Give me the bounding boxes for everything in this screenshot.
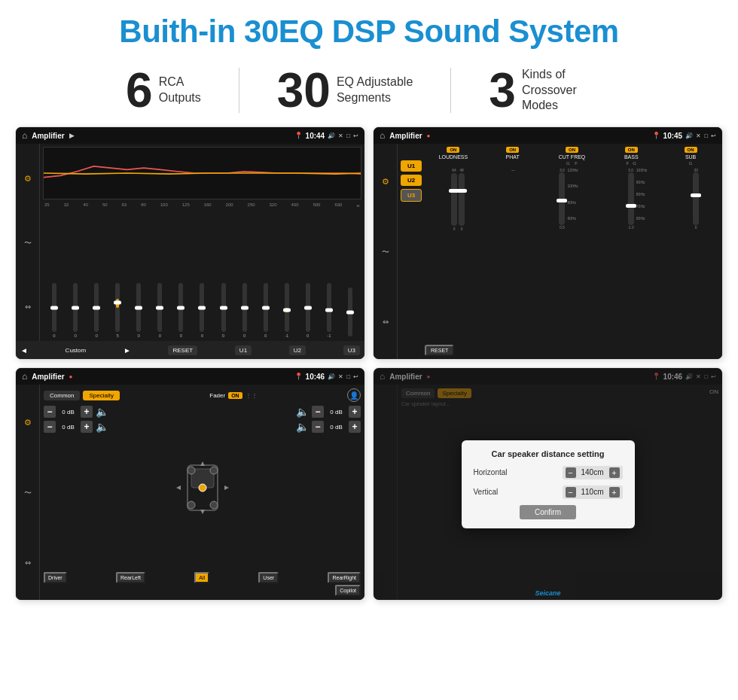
horizontal-minus[interactable]: − — [566, 467, 576, 478]
close-icon-amp[interactable]: ✕ — [696, 132, 701, 139]
db1-minus[interactable]: − — [44, 406, 56, 418]
stat-crossover-number: 3 — [489, 66, 516, 114]
pos-driver-btn[interactable]: Driver — [44, 572, 67, 583]
eq-nav-forward[interactable]: ► — [124, 346, 131, 355]
fader-position-buttons: Driver RearLeft All User RearRight — [44, 572, 361, 583]
vertical-minus[interactable]: − — [566, 487, 576, 498]
stat-rca: 6 RCAOutputs — [88, 66, 239, 114]
expand-icon-eq[interactable]: □ — [346, 132, 350, 139]
horizontal-plus[interactable]: + — [609, 467, 620, 478]
eq-slider-4: 5 — [108, 283, 127, 338]
pos-user-btn[interactable]: User — [258, 572, 279, 583]
db4-minus[interactable]: − — [312, 421, 324, 433]
screen-fader: ⌂ Amplifier ● 📍 10:46 🔊 ✕ □ ↩ — [16, 368, 364, 600]
home-icon-eq[interactable]: ⌂ — [22, 130, 27, 141]
tab-specialty[interactable]: Specialty — [83, 391, 119, 400]
eq-title: Amplifier — [32, 132, 64, 140]
svg-point-3 — [188, 467, 195, 474]
db3-minus[interactable]: − — [312, 406, 324, 418]
pos-all-btn[interactable]: All — [194, 572, 209, 583]
amp-content-area: U1 U2 U3 ON — [398, 144, 722, 359]
eq-nav-back[interactable]: ◄ — [20, 346, 28, 355]
dialog-horizontal-row: Horizontal − 140cm + — [474, 466, 623, 479]
svg-marker-11 — [224, 485, 229, 490]
tab-common[interactable]: Common — [44, 391, 80, 400]
pos-rearright-btn[interactable]: RearRight — [328, 572, 361, 583]
amp-icon-settings[interactable]: ⚙ — [382, 177, 389, 187]
db1-value: 0 dB — [59, 409, 78, 415]
db4-value: 0 dB — [327, 424, 346, 431]
close-icon-eq[interactable]: ✕ — [338, 132, 343, 139]
status-bar-amp: ⌂ Amplifier ● 📍 10:45 🔊 ✕ □ ↩ — [374, 127, 722, 144]
home-icon-amp[interactable]: ⌂ — [380, 130, 385, 141]
db4-plus[interactable]: + — [349, 421, 361, 433]
profile-icon-fader[interactable]: 👤 — [347, 388, 361, 402]
record-icon-amp: ● — [427, 132, 431, 139]
amp-u1-btn[interactable]: U1 — [401, 160, 422, 172]
eq-slider-7: 0 — [171, 283, 191, 338]
status-bar-fader: ⌂ Amplifier ● 📍 10:46 🔊 ✕ □ ↩ — [16, 368, 364, 385]
eq-u1-btn[interactable]: U1 — [235, 345, 252, 355]
stat-eq-label: EQ AdjustableSegments — [337, 75, 413, 106]
back-icon-fader[interactable]: ↩ — [353, 373, 358, 380]
confirm-button[interactable]: Confirm — [520, 505, 576, 519]
vertical-plus[interactable]: + — [609, 487, 620, 498]
db2-minus[interactable]: − — [44, 421, 56, 433]
amp-icon-balance[interactable]: ⇔ — [383, 318, 389, 326]
amp-u3-btn[interactable]: U3 — [401, 189, 422, 202]
svg-marker-9 — [200, 510, 205, 514]
vertical-input: − 110cm + — [563, 485, 623, 499]
close-icon-fader[interactable]: ✕ — [338, 373, 343, 380]
screen-dist-container: ⌂ Amplifier ● 📍 10:46 🔊 ✕ □ ↩ — [373, 367, 723, 601]
amp-reset-btn[interactable]: RESET — [425, 345, 454, 356]
amp-u2-btn[interactable]: U2 — [401, 175, 422, 186]
pin-icon-eq: 📍 — [294, 132, 303, 139]
fader-icon-settings[interactable]: ⚙ — [24, 418, 32, 428]
amp-title: Amplifier — [389, 132, 422, 140]
eq-slider-3: 0 — [87, 283, 106, 338]
back-icon-eq[interactable]: ↩ — [353, 132, 358, 139]
play-icon-eq: ▶ — [69, 132, 75, 139]
eq-content-area: 25 32 40 50 63 80 100 125 160 200 250 — [40, 144, 364, 341]
loudness-slider-group: 64 0 48 — [425, 168, 491, 231]
pos-copilot-btn[interactable]: Copilot — [335, 585, 361, 596]
stat-eq-number: 30 — [277, 66, 331, 114]
vertical-value: 110cm — [579, 488, 606, 496]
fader-icon-balance[interactable]: ⇔ — [25, 558, 31, 567]
eq-u2-btn[interactable]: U2 — [289, 345, 306, 355]
eq-slider-12: -1 — [277, 283, 297, 338]
eq-slider-9: 0 — [214, 283, 233, 338]
eq-slider-13: 0 — [298, 283, 318, 338]
stat-crossover-label: Kinds ofCrossover Modes — [522, 67, 612, 114]
bass-on-badge: ON — [625, 147, 638, 153]
eq-icon-settings[interactable]: ⚙ — [24, 174, 32, 184]
eq-main: ⚙ 〜 ⇔ — [16, 144, 364, 341]
eq-reset-btn[interactable]: RESET — [168, 345, 197, 355]
vol-icon-eq: 🔊 — [328, 132, 335, 139]
db3-plus[interactable]: + — [349, 406, 361, 418]
fader-text-label: Fader — [209, 392, 225, 399]
expand-icon-amp[interactable]: □ — [704, 132, 708, 139]
loudness-on-badge: ON — [447, 147, 459, 153]
eq-icon-balance[interactable]: ⇔ — [25, 303, 31, 311]
back-icon-amp[interactable]: ↩ — [711, 132, 716, 139]
eq-icon-wave[interactable]: 〜 — [24, 238, 32, 248]
phat-label: PHAT — [506, 154, 520, 160]
eq-u3-btn[interactable]: U3 — [343, 345, 360, 355]
expand-icon-fader[interactable]: □ — [346, 373, 350, 380]
horizontal-input: − 140cm + — [563, 466, 623, 479]
pos-rearleft-btn[interactable]: RearLeft — [116, 572, 145, 583]
db1-plus[interactable]: + — [81, 406, 93, 418]
home-icon-fader[interactable]: ⌂ — [22, 371, 27, 382]
db2-plus[interactable]: + — [81, 421, 93, 433]
cutfreq-label: CUT FREQ — [559, 154, 586, 160]
screen-dist: ⌂ Amplifier ● 📍 10:46 🔊 ✕ □ ↩ — [374, 368, 722, 600]
amp-main-content: ⚙ 〜 ⇔ U1 U2 U3 — [374, 144, 722, 359]
amp-sliders-area: 64 0 48 — [425, 168, 719, 339]
vol-icon-fader: 🔊 — [328, 373, 335, 380]
cutfreq-slider-group: 3.0 0.5 120Hz — [535, 168, 602, 230]
fader-icon-wave[interactable]: 〜 — [24, 488, 32, 498]
amp-icon-wave[interactable]: 〜 — [382, 247, 389, 257]
fader-main: ⚙ 〜 ⇔ Common Specialty — [16, 385, 364, 600]
eq-slider-5: 0 — [129, 283, 148, 338]
